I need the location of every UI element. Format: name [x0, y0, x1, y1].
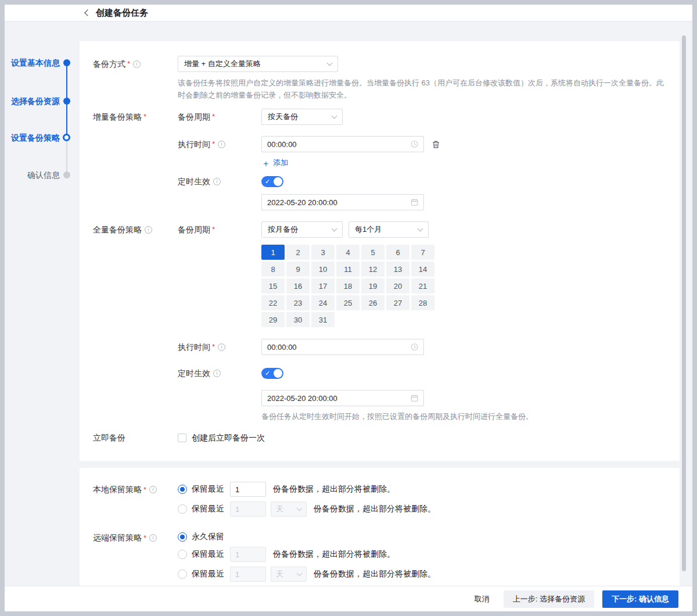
- cancel-button[interactable]: 取消: [469, 590, 495, 608]
- step-item-select-resource[interactable]: 选择备份资源: [5, 96, 60, 107]
- inc-schedule-datetime-field[interactable]: [267, 198, 411, 207]
- day-cell[interactable]: 29: [261, 312, 285, 327]
- step-rail: 设置基本信息 选择备份资源 设置备份策略 确认信息: [5, 22, 80, 586]
- step-item-basic-info[interactable]: 设置基本信息: [5, 58, 60, 69]
- info-icon[interactable]: i: [213, 178, 221, 185]
- info-icon[interactable]: i: [218, 343, 225, 351]
- full-schedule-label: 定时生效i: [178, 368, 261, 379]
- required-asterisk: *: [127, 56, 130, 72]
- day-cell[interactable]: 13: [386, 262, 409, 277]
- full-schedule-helper: 备份任务从定时生效时间开始，按照已设置的备份周期及执行时间进行全量备份。: [261, 411, 533, 422]
- full-cycle-select[interactable]: 按月备份: [261, 221, 343, 238]
- required-asterisk: *: [212, 221, 215, 238]
- step-dot-done-icon: [63, 59, 70, 66]
- day-cell[interactable]: 24: [311, 295, 335, 310]
- day-cell[interactable]: 10: [311, 262, 335, 277]
- full-interval-select[interactable]: 每1个月: [348, 221, 429, 238]
- step-dot-pending-icon: [63, 171, 70, 178]
- radio-unselected[interactable]: [178, 504, 187, 514]
- content-area: 设置基本信息 选择备份资源 设置备份策略 确认信息 备份方式*i 增量 +: [5, 22, 692, 586]
- full-schedule-datetime-input[interactable]: [261, 390, 424, 406]
- info-icon[interactable]: i: [213, 370, 221, 377]
- back-button[interactable]: [81, 8, 92, 18]
- day-cell[interactable]: 17: [311, 278, 335, 293]
- local-days-input[interactable]: [230, 502, 266, 517]
- chevron-left-icon: [84, 9, 91, 16]
- add-time-link[interactable]: ＋ 添加: [261, 157, 288, 168]
- required-asterisk: *: [143, 109, 146, 125]
- chevron-down-icon: [297, 505, 303, 511]
- info-icon[interactable]: i: [218, 141, 225, 148]
- next-step-button[interactable]: 下一步: 确认信息: [602, 590, 678, 608]
- full-cycle-label: 备份周期*: [178, 221, 261, 238]
- page-header: 创建备份任务: [5, 5, 692, 22]
- delete-time-button[interactable]: [432, 136, 440, 152]
- backup-method-select[interactable]: 增量 + 自定义全量策略: [178, 56, 338, 72]
- day-cell[interactable]: 31: [311, 312, 335, 327]
- day-cell[interactable]: 6: [386, 245, 409, 260]
- remote-count-input[interactable]: [230, 547, 266, 562]
- full-schedule-datetime-field[interactable]: [267, 394, 411, 403]
- page-title: 创建备份任务: [96, 8, 148, 19]
- local-retention-option-days: 保留最近 天 份备份数据，超出部分将被删除。: [178, 502, 436, 517]
- day-cell[interactable]: 26: [361, 295, 385, 310]
- day-cell[interactable]: 16: [286, 278, 310, 293]
- info-icon[interactable]: i: [149, 534, 157, 542]
- local-unit-select[interactable]: 天: [271, 502, 307, 517]
- inc-schedule-datetime-input[interactable]: [261, 194, 424, 210]
- day-cell[interactable]: 30: [286, 312, 310, 327]
- immediate-backup-row: 立即备份 创建后立即备份一次: [93, 432, 666, 443]
- step-item-strategy[interactable]: 设置备份策略: [5, 133, 60, 144]
- check-icon: ✓: [265, 369, 270, 378]
- form-main: 备份方式*i 增量 + 自定义全量策略 该备份任务将按照用户自定义的增量策略进行…: [80, 41, 680, 586]
- clock-icon: [411, 343, 418, 351]
- full-schedule-toggle[interactable]: ✓: [261, 368, 283, 379]
- day-cell[interactable]: 11: [336, 262, 360, 277]
- vertical-scrollbar[interactable]: [682, 35, 686, 571]
- full-exec-time-field[interactable]: [267, 343, 411, 352]
- day-cell[interactable]: 8: [261, 262, 285, 277]
- clock-icon: [411, 140, 418, 148]
- day-cell[interactable]: 21: [411, 278, 434, 293]
- info-icon[interactable]: i: [149, 486, 157, 493]
- info-icon[interactable]: i: [133, 60, 141, 68]
- local-count-input[interactable]: [230, 482, 266, 497]
- day-cell[interactable]: 1: [261, 245, 285, 260]
- radio-unselected[interactable]: [178, 550, 187, 559]
- prev-step-button[interactable]: 上一步: 选择备份资源: [504, 590, 594, 608]
- day-cell[interactable]: 9: [286, 262, 310, 277]
- inc-exec-time-field[interactable]: [267, 140, 411, 149]
- day-cell[interactable]: 7: [411, 245, 434, 260]
- full-exec-time-input[interactable]: [261, 339, 424, 355]
- info-icon[interactable]: i: [145, 226, 152, 234]
- day-cell[interactable]: 2: [286, 245, 310, 260]
- inc-cycle-label: 备份周期*: [178, 109, 261, 125]
- day-cell[interactable]: 22: [261, 295, 285, 310]
- remote-days-input[interactable]: [230, 567, 266, 582]
- day-cell[interactable]: 14: [411, 262, 434, 277]
- radio-selected[interactable]: [178, 532, 187, 542]
- day-cell[interactable]: 19: [361, 278, 385, 293]
- step-item-confirm[interactable]: 确认信息: [5, 170, 60, 181]
- remote-retention-option-days: 保留最近 天 份备份数据，超出部分将被删除。: [178, 567, 436, 582]
- day-cell[interactable]: 15: [261, 278, 285, 293]
- inc-cycle-select[interactable]: 按天备份: [261, 109, 343, 125]
- inc-schedule-toggle[interactable]: ✓: [261, 176, 283, 187]
- day-cell[interactable]: 25: [336, 295, 360, 310]
- day-cell[interactable]: 3: [311, 245, 335, 260]
- day-cell[interactable]: 12: [361, 262, 385, 277]
- radio-unselected[interactable]: [178, 570, 187, 579]
- day-cell[interactable]: 20: [386, 278, 409, 293]
- inc-exec-time-input[interactable]: [261, 136, 424, 152]
- day-cell[interactable]: 28: [411, 295, 434, 310]
- day-cell[interactable]: 27: [386, 295, 409, 310]
- day-cell[interactable]: 23: [286, 295, 310, 310]
- immediate-backup-checkbox[interactable]: [178, 434, 186, 442]
- local-retention-row: 本地保留策略*i 保留最近 份备份数据，超出部分将被删除。 保留最近: [93, 482, 666, 517]
- remote-unit-select[interactable]: 天: [271, 567, 307, 582]
- step-dot-current-icon: [63, 134, 70, 141]
- day-cell[interactable]: 4: [336, 245, 360, 260]
- radio-selected[interactable]: [178, 485, 187, 494]
- day-cell[interactable]: 5: [361, 245, 385, 260]
- day-cell[interactable]: 18: [336, 278, 360, 293]
